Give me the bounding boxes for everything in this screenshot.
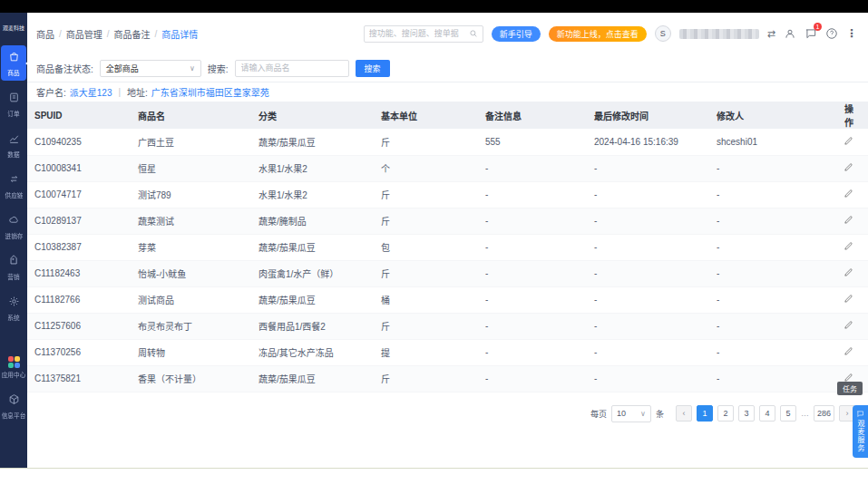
message-badge: 1 <box>814 23 822 31</box>
breadcrumb-item[interactable]: 商品 <box>36 27 54 41</box>
page-button-5[interactable]: 5 <box>780 405 796 422</box>
page-button-last[interactable]: 286 <box>814 405 834 422</box>
status-filter-select[interactable]: 全部商品 ∨ <box>100 60 201 77</box>
sidebar-item-data[interactable]: 数据 <box>1 127 26 162</box>
breadcrumb-item[interactable]: 商品管理 <box>66 27 102 41</box>
sidebar-item-supply-chain[interactable]: 供应链 <box>1 168 26 203</box>
table-cell: - <box>709 181 832 208</box>
message-icon[interactable]: 1 <box>805 27 817 40</box>
table-cell: 布灵布灵布丁 <box>131 313 251 339</box>
table-cell: 测试789 <box>131 181 251 208</box>
avatar[interactable]: S <box>655 25 671 42</box>
table-body: C10940235广西土豆蔬菜/茄果瓜豆斤5552024-04-16 15:16… <box>27 129 868 392</box>
table-header-row: SPUID 商品名 分类 基本单位 备注信息 最后修改时间 修改人 操作 <box>27 102 868 129</box>
table-cell: 斤 <box>374 365 478 392</box>
promo-button[interactable]: 新功能上线，点击查看 <box>549 26 647 42</box>
apps-icon <box>8 356 20 368</box>
table-cell: C10940235 <box>27 129 131 155</box>
prev-page-button[interactable]: ‹ <box>676 405 692 422</box>
table-cell: - <box>587 181 709 208</box>
table-cell: - <box>587 208 709 234</box>
task-tag[interactable]: 任务 <box>837 382 863 395</box>
edit-icon[interactable] <box>844 322 853 332</box>
table-cell: 555 <box>478 129 587 155</box>
table-cell: C11370256 <box>27 339 131 365</box>
sidebar: 观麦科技 商品 订单 数据 供应链 进销存 <box>0 13 27 468</box>
table-row: C10074717测试789水果1/水果2斤--- <box>27 181 868 208</box>
col-last-modified: 最后修改时间 <box>587 102 709 129</box>
table-row: C10940235广西土豆蔬菜/茄果瓜豆斤5552024-04-16 15:16… <box>27 129 868 155</box>
main-content: 商品/ 商品管理/ 商品备注/ 商品详情 新手引导 新功能上线，点击查看 S ⇄… <box>27 13 868 468</box>
col-spuid: SPUID <box>27 102 131 129</box>
client-address-link[interactable]: 广东省深圳市福田区皇家翠苑 <box>151 85 269 99</box>
page-button-2[interactable]: 2 <box>717 405 734 422</box>
sidebar-item-app-center[interactable]: 应用中心 <box>1 352 26 383</box>
table-cell: C10289137 <box>27 208 131 234</box>
guide-button[interactable]: 新手引导 <box>492 26 541 42</box>
edit-icon[interactable] <box>844 190 853 200</box>
table-cell: 怡城-小鱿鱼 <box>131 260 251 286</box>
actions-cell <box>832 155 868 181</box>
table-cell: 恒星 <box>131 155 251 181</box>
goods-search-input[interactable] <box>235 60 349 77</box>
search-icon[interactable] <box>469 25 478 42</box>
table-cell: 芽菜 <box>131 234 251 260</box>
edit-icon[interactable] <box>844 217 853 227</box>
table-row: C11375821香果（不计量）蔬菜/茄果瓜豆斤--- <box>27 365 868 392</box>
table-cell: - <box>478 339 587 365</box>
page-button-4[interactable]: 4 <box>759 405 775 422</box>
client-name-link[interactable]: 派大星123 <box>70 85 112 99</box>
table-cell: - <box>709 260 832 286</box>
sidebar-item-info-platform[interactable]: 信息平台 <box>1 388 26 423</box>
table-cell: 测试商品 <box>131 286 251 313</box>
status-filter-label: 商品备注状态: <box>36 62 93 75</box>
actions-cell <box>832 260 868 286</box>
breadcrumb-item[interactable]: 商品备注 <box>114 27 151 41</box>
col-actions: 操作 <box>832 102 868 129</box>
edit-icon[interactable] <box>844 296 853 305</box>
gear-icon <box>8 295 20 311</box>
help-icon[interactable] <box>825 27 838 40</box>
switch-account-icon[interactable]: ⇄ <box>767 28 775 40</box>
sidebar-item-marketing[interactable]: 营销 <box>1 249 26 285</box>
chart-icon <box>8 131 20 148</box>
sidebar-item-orders[interactable]: 订单 <box>1 86 26 121</box>
sidebar-item-system[interactable]: 系统 <box>1 290 26 325</box>
sidebar-item-inventory[interactable]: 进销存 <box>1 208 26 244</box>
bag-icon <box>8 50 20 66</box>
support-icon[interactable] <box>784 27 796 40</box>
table-cell: - <box>478 208 587 234</box>
edit-icon[interactable] <box>844 269 853 279</box>
table-cell: 个 <box>374 155 478 181</box>
col-modifier: 修改人 <box>709 102 832 129</box>
edit-icon[interactable] <box>844 243 853 253</box>
search-button[interactable]: 搜索 <box>356 60 390 77</box>
table-cell: 水果1/水果2 <box>251 155 374 181</box>
client-name-label: 客户名: <box>36 85 66 99</box>
more-icon[interactable]: ⋮ <box>846 27 857 40</box>
chevron-down-icon: ∨ <box>190 64 195 73</box>
page-button-3[interactable]: 3 <box>738 405 755 422</box>
table-cell: C11257606 <box>27 313 131 339</box>
edit-icon[interactable] <box>844 138 853 148</box>
filter-bar: 商品备注状态: 全部商品 ∨ 搜索: 搜索 <box>27 54 868 82</box>
table-cell: - <box>587 234 709 260</box>
table-cell: - <box>478 234 587 260</box>
global-search[interactable] <box>364 25 483 43</box>
username-redacted <box>679 29 759 39</box>
table-cell: 斤 <box>374 260 478 286</box>
table-cell: 西餐用品1/西餐2 <box>251 313 374 339</box>
per-page-select[interactable]: 10 ∨ <box>611 405 651 422</box>
table-row: C10008341恒星水果1/水果2个--- <box>27 155 868 181</box>
sidebar-item-goods[interactable]: 商品 <box>1 45 26 81</box>
table-cell: 斤 <box>374 208 478 234</box>
global-search-input[interactable] <box>369 29 469 38</box>
edit-icon[interactable] <box>844 164 853 174</box>
sidebar-item-label: 信息平台 <box>2 411 26 420</box>
edit-icon[interactable] <box>844 348 853 358</box>
table-cell: - <box>478 365 587 392</box>
table-cell: 广西土豆 <box>131 129 251 155</box>
page-button-1[interactable]: 1 <box>697 405 713 422</box>
service-tab[interactable]: 观麦服务 <box>853 405 868 458</box>
table-cell: 提 <box>374 339 478 365</box>
